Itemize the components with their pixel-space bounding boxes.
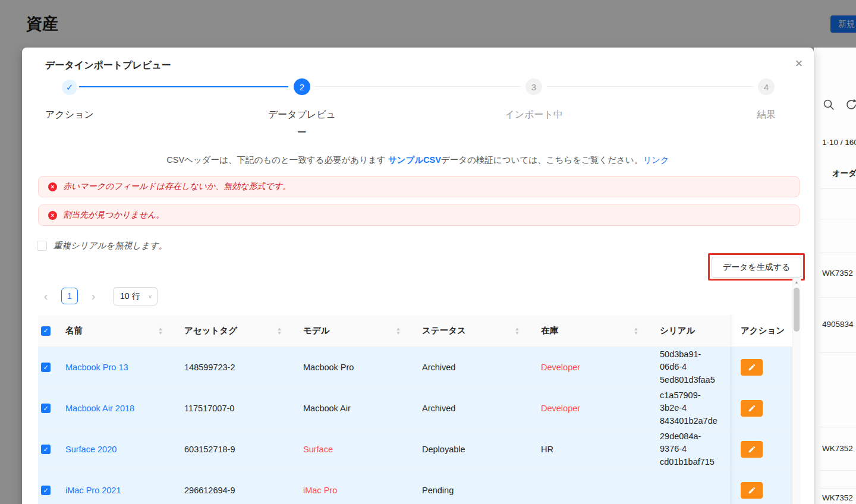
error-alert: × 割当先が見つかりません。 [38,204,800,226]
sample-csv-link[interactable]: サンプルCSV [388,155,441,165]
cell-model: Macbook Pro [294,347,413,388]
caret-down-icon: ▼ [396,331,401,335]
header-label: モデル [303,325,330,336]
row-select-cell [38,347,56,388]
refresh-icon[interactable] [845,98,856,111]
divider [820,188,856,189]
cell-asset-tag: 117517007-0 [175,388,294,429]
validation-link[interactable]: リンク [643,155,669,165]
error-circle-icon: × [48,182,57,191]
row-checkbox[interactable] [41,486,51,495]
edit-icon [748,486,756,494]
header-name[interactable]: 名前▲▼ [56,315,175,346]
step2-label: データプレビュー [268,106,336,141]
divider [820,470,856,471]
caret-down-icon: ▼ [277,331,282,335]
order-cell: WK7352 [822,269,853,278]
cell-status: Deployable [413,429,531,470]
row-select-cell [38,470,56,504]
step3-circle: 3 [525,78,542,95]
cell-name[interactable]: Macbook Pro 13 [56,347,175,388]
cell-stock [531,470,650,504]
table-row: Macbook Air 2018 117517007-0 Macbook Air… [38,388,792,429]
header-serial: シリアル [650,315,730,346]
sort-icons[interactable]: ▲▼ [634,327,638,335]
scrollbar-thumb[interactable] [794,288,800,332]
cell-stock: Developer [531,347,650,388]
order-cell: 4905834 [822,320,854,329]
header-model[interactable]: モデル▲▼ [294,315,413,346]
divider [820,488,856,489]
step-connector [547,86,753,87]
divider [820,219,856,219]
error-circle-icon: × [48,211,57,220]
cell-status: Archived [413,388,531,429]
header-stock[interactable]: 在庫▲▼ [531,315,650,346]
caret-down-icon: ▼ [634,331,638,335]
cell-action [730,429,792,470]
pagination-page-1[interactable]: 1 [61,288,78,304]
sort-icons[interactable]: ▲▼ [277,327,282,335]
cell-name[interactable]: Surface 2020 [56,429,175,470]
generate-data-button[interactable]: データを生成する [712,257,801,278]
header-label: アクション [741,325,785,336]
cell-asset-tag: 148599723-2 [175,347,294,388]
error-alert-text: 赤いマークのフィールドは存在しないか、無効な形式です。 [63,181,291,192]
cell-asset-tag: 296612694-9 [175,470,294,504]
divider [820,253,856,253]
close-icon[interactable]: × [790,55,808,73]
sort-icons[interactable]: ▲▼ [515,327,520,335]
row-checkbox[interactable] [41,363,51,372]
header-asset-tag[interactable]: アセットタグ▲▼ [175,315,294,346]
row-select-cell [38,429,56,470]
error-alert: × 赤いマークのフィールドは存在しないか、無効な形式です。 [38,176,800,197]
cell-serial: c1a57909-3b2e-4 843401b2a7de [660,389,720,427]
cell-status: Pending [413,470,531,504]
step-connector [79,86,288,87]
step2-circle: 2 [294,78,310,95]
divider [820,427,856,427]
scrollbar-up-icon[interactable]: ▲ [792,280,801,284]
cell-name[interactable]: Macbook Air 2018 [56,388,175,429]
divider [820,297,856,298]
order-cell: WK7352 [822,444,853,453]
cell-action [730,388,792,429]
edit-icon [748,363,756,371]
step4-label: 結果 [719,106,814,124]
cell-action [730,347,792,388]
chevron-left-icon[interactable]: ‹ [37,288,54,304]
sort-icons[interactable]: ▲▼ [158,327,163,335]
chevron-right-icon[interactable]: › [85,288,102,304]
select-all-cell [38,315,56,346]
sort-icons[interactable]: ▲▼ [396,327,401,335]
header-label: ステータス [422,325,466,336]
edit-button[interactable] [741,359,763,376]
search-icon[interactable] [822,98,835,111]
caret-down-icon: ▼ [158,331,163,335]
cell-model: iMac Pro [294,470,413,504]
background-table-panel: 1-10 / 160 オーダー WK7352 4905834 WK7352 WK… [814,48,856,504]
edit-button[interactable] [741,441,763,458]
order-cell: WK7352 [822,493,853,502]
select-all-checkbox[interactable] [41,326,51,336]
caret-down-icon: ▼ [515,331,520,335]
header-label: シリアル [660,325,695,336]
header-status[interactable]: ステータス▲▼ [413,315,531,346]
cell-name[interactable]: iMac Pro 2021 [56,470,175,504]
edit-button[interactable] [741,400,763,417]
edit-button[interactable] [741,482,763,499]
cell-status: Archived [413,347,531,388]
info-text: CSVヘッダーは、下記のものと一致する必要があります [166,155,388,165]
preview-table: 名前▲▼ アセットタグ▲▼ モデル▲▼ ステータス▲▼ 在庫▲▼ シリアル アク… [38,315,792,504]
cell-stock: HR [531,429,650,470]
row-checkbox[interactable] [41,445,51,454]
cell-model: Surface [294,429,413,470]
info-text: データの検証については、こちらをご覧ください。 [441,155,643,165]
import-preview-modal: データインポートプレビュー × ✓ 2 3 4 アクション データプレビュー イ… [22,48,814,504]
table-row: Surface 2020 603152718-9 Surface Deploya… [38,429,792,470]
ignore-duplicates-checkbox[interactable] [37,241,47,251]
row-checkbox[interactable] [41,404,51,413]
page-size-select[interactable]: 10 行 ∨ [113,287,158,305]
modal-title: データインポートプレビュー [45,59,171,72]
table-header-row: 名前▲▼ アセットタグ▲▼ モデル▲▼ ステータス▲▼ 在庫▲▼ シリアル アク… [38,315,792,347]
